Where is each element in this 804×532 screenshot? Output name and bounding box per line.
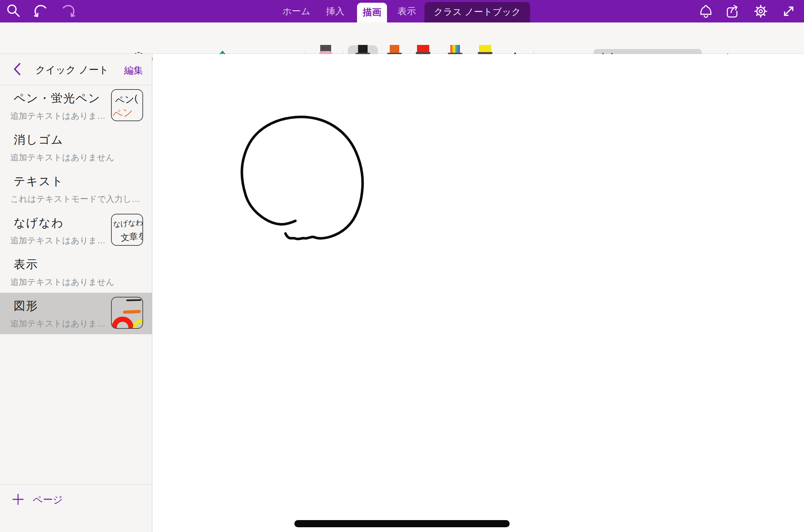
page-title: ペン・蛍光ペン <box>14 91 100 106</box>
page-title: 表示 <box>14 257 38 272</box>
search-icon[interactable] <box>6 3 22 19</box>
share-icon[interactable] <box>724 3 740 19</box>
svg-text:ペン: ペン <box>112 106 134 120</box>
sidebar-header: クイック ノート 編集 <box>0 54 152 85</box>
page-list: ペン・蛍光ペン 追加テキストはありま… ペン( ペン 消しゴム 追加テキストはあ… <box>0 85 152 334</box>
page-item-view[interactable]: 表示 追加テキストはありません <box>0 251 152 293</box>
home-indicator[interactable] <box>294 520 510 527</box>
add-page-button[interactable]: ページ <box>0 484 152 532</box>
page-subtitle: これはテキストモードで入力し… <box>10 193 140 205</box>
redo-icon[interactable] <box>61 3 76 19</box>
note-canvas[interactable] <box>153 54 804 532</box>
tab-view[interactable]: 表示 <box>390 0 423 22</box>
fullscreen-expand-icon[interactable] <box>781 3 797 19</box>
undo-icon[interactable] <box>33 3 48 19</box>
page-title: テキスト <box>14 174 64 189</box>
tab-insert[interactable]: 挿入 <box>318 0 352 22</box>
page-subtitle: 追加テキストはありま… <box>10 110 106 122</box>
svg-text:文章を: 文章を <box>120 230 142 243</box>
page-item-shapes-selected[interactable]: 図形 追加テキストはありま… <box>0 293 152 334</box>
settings-gear-icon[interactable] <box>753 3 769 19</box>
plus-icon <box>12 494 24 505</box>
top-app-bar: ホーム 挿入 描画 表示 クラス ノートブック <box>0 0 804 22</box>
page-subtitle: 追加テキストはありま… <box>10 318 106 329</box>
add-page-label: ページ <box>33 494 63 506</box>
notebook-section-title: クイック ノート <box>35 63 109 77</box>
tab-class-notebook[interactable]: クラス ノートブック <box>424 2 530 22</box>
page-item-text[interactable]: テキスト これはテキストモードで入力し… <box>0 168 152 210</box>
page-subtitle: 追加テキストはありま… <box>10 235 106 246</box>
page-subtitle: 追加テキストはありません <box>10 152 114 163</box>
page-list-sidebar: クイック ノート 編集 ペン・蛍光ペン 追加テキストはありま… ペン( ペン 消… <box>0 54 152 532</box>
page-item-lasso[interactable]: なげなわ 追加テキストはありま… なげなわ 文章を <box>0 210 152 251</box>
page-item-eraser[interactable]: 消しゴム 追加テキストはありません <box>0 127 152 168</box>
page-title: 図形 <box>14 298 38 314</box>
page-subtitle: 追加テキストはありません <box>10 276 114 288</box>
notifications-bell-icon[interactable] <box>698 3 713 19</box>
svg-text:ペン(: ペン( <box>114 93 138 106</box>
tab-draw[interactable]: 描画 <box>357 3 387 22</box>
tab-home[interactable]: ホーム <box>279 0 313 22</box>
edit-button[interactable]: 編集 <box>124 64 143 77</box>
back-chevron-icon[interactable] <box>13 63 21 76</box>
page-thumbnail <box>111 297 143 329</box>
page-thumbnail: なげなわ 文章を <box>111 214 143 246</box>
draw-toolbar: A テキスト モード なげなわ選択 スペースの挿入 <box>0 22 804 54</box>
page-item-pen-highlighter[interactable]: ペン・蛍光ペン 追加テキストはありま… ペン( ペン <box>0 85 152 127</box>
ink-stroke-circle <box>153 54 804 532</box>
page-title: なげなわ <box>14 215 64 231</box>
page-thumbnail: ペン( ペン <box>111 89 143 121</box>
svg-text:なげなわ: なげなわ <box>113 218 142 229</box>
page-title: 消しゴム <box>14 132 63 148</box>
